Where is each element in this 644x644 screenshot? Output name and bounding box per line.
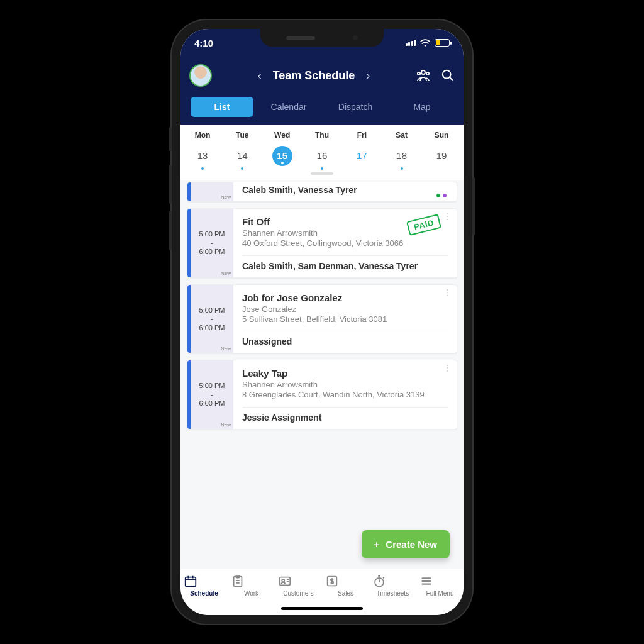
time-end: 6:00 PM [199,399,225,407]
job-card[interactable]: 5:00 PM - 6:00 PM New ⋮ Leaky Tap Shanne… [187,360,457,430]
volume-down-button [169,211,172,250]
card-time-column: 5:00 PM - 6:00 PM New [191,285,233,353]
job-address: 5 Sullivan Street, Bellfield, Victoria 3… [242,314,448,325]
day-wed[interactable]: Wed15 [268,131,297,166]
job-assignees: Unassigned [242,336,448,347]
svg-point-4 [443,70,451,79]
status-time: 4:10 [194,38,213,48]
calendar-icon [184,574,225,588]
status-tag: New [221,270,231,276]
team-icon[interactable] [416,69,431,82]
tab-dispatch[interactable]: Dispatch [324,97,387,117]
status-tag: New [221,194,231,200]
time-start: 5:00 PM [199,230,225,238]
day-sun[interactable]: Sun19 [427,131,456,166]
job-card[interactable]: 5:00 PM - 6:00 PM New ⋮ PAID Fit Off Sha… [187,208,457,278]
dollar-icon [325,574,367,588]
status-tag: New [221,422,231,428]
stopwatch-icon [372,574,414,588]
notch [260,29,384,47]
nav-label: Work [244,590,258,597]
svg-rect-5 [185,577,196,587]
day-fri[interactable]: Fri17 [347,131,376,166]
prev-icon[interactable]: ‹ [255,67,264,85]
time-separator: - [211,391,213,398]
time-end: 6:00 PM [199,324,225,331]
tab-list[interactable]: List [191,97,253,117]
day-sat[interactable]: Sat18 [387,131,416,166]
search-icon[interactable] [441,69,455,82]
side-button [169,127,172,151]
time-separator: - [211,315,213,323]
nav-timesheets[interactable]: Timesheets [372,574,414,597]
nav-full-menu[interactable]: Full Menu [419,574,461,597]
job-title: Leaky Tap [242,368,448,379]
day-mon[interactable]: Mon13 [188,131,217,166]
card-time-column: New [191,182,233,201]
more-icon[interactable]: ⋮ [443,367,452,369]
clipboard-icon [231,574,272,588]
nav-customers[interactable]: Customers [278,574,319,597]
svg-point-1 [421,70,425,74]
time-separator: - [211,239,213,247]
wifi-icon [419,38,431,47]
nav-label: Full Menu [426,590,454,597]
create-new-button[interactable]: + Create New [362,530,450,558]
plus-icon: + [374,539,380,550]
view-tabs: List Calendar Dispatch Map [189,91,455,125]
job-assignees: Caleb Smith, Sam Denman, Vanessa Tyrer [242,261,448,271]
power-button [472,177,475,235]
page-title: Team Schedule [273,69,355,82]
svg-point-0 [425,45,426,46]
time-start: 5:00 PM [199,306,225,314]
job-title: Job for Jose Gonzalez [242,292,448,303]
divider [242,407,448,408]
volume-up-button [169,165,172,204]
nav-label: Schedule [190,590,218,597]
job-assignees: Jessie Assignment [242,413,448,423]
nav-schedule[interactable]: Schedule [184,574,225,597]
next-icon[interactable]: › [364,67,372,85]
job-customer: Shannen Arrowsmith [242,380,448,389]
screen: 4:10 ‹ Team Schedule › [180,29,464,615]
drag-handle-icon[interactable] [311,172,333,175]
nav-label: Sales [338,590,353,597]
card-time-column: 5:00 PM - 6:00 PM New [191,360,233,429]
status-tag: New [221,346,231,352]
contact-icon [278,574,319,588]
nav-label: Customers [283,590,313,597]
job-assignees: Caleb Smith, Vanessa Tyrer [242,185,448,195]
svg-point-9 [282,579,284,582]
tab-map[interactable]: Map [391,97,453,117]
card-time-column: 5:00 PM - 6:00 PM New [191,209,233,277]
divider [242,331,448,331]
nav-work[interactable]: Work [231,574,272,597]
app-header: ‹ Team Schedule › List Calendar Dispatch… [180,57,464,125]
job-address: 8 Greenglades Court, Wandin North, Victo… [242,389,448,401]
job-card[interactable]: New Caleb Smith, Vanessa Tyrer [187,182,457,202]
day-tue[interactable]: Tue14 [228,131,257,166]
nav-sales[interactable]: Sales [325,574,367,597]
day-strip: Mon13 Tue14 Wed15 Thu16 Fri17 Sat18 Sun1… [180,125,464,180]
signal-icon [406,40,416,46]
svg-point-3 [426,72,429,75]
tab-calendar[interactable]: Calendar [257,97,320,117]
phone-frame: 4:10 ‹ Team Schedule › [172,20,472,624]
divider [242,255,448,256]
nav-label: Timesheets [377,590,409,597]
schedule-list[interactable]: New Caleb Smith, Vanessa Tyrer 5:00 PM -… [180,180,464,569]
avatar[interactable] [189,64,212,87]
time-start: 5:00 PM [199,382,225,389]
day-thu[interactable]: Thu16 [308,131,336,166]
more-icon[interactable]: ⋮ [443,291,452,294]
job-address: 40 Oxford Street, Collingwood, Victoria … [242,238,448,249]
more-icon[interactable]: ⋮ [443,215,452,218]
menu-icon [419,574,461,588]
battery-icon [435,39,450,47]
fab-label: Create New [386,539,437,550]
home-indicator[interactable] [281,607,363,610]
job-card[interactable]: 5:00 PM - 6:00 PM New ⋮ Job for Jose Gon… [187,284,457,354]
time-end: 6:00 PM [199,248,225,255]
job-customer: Jose Gonzalez [242,304,448,314]
svg-point-2 [418,72,420,75]
